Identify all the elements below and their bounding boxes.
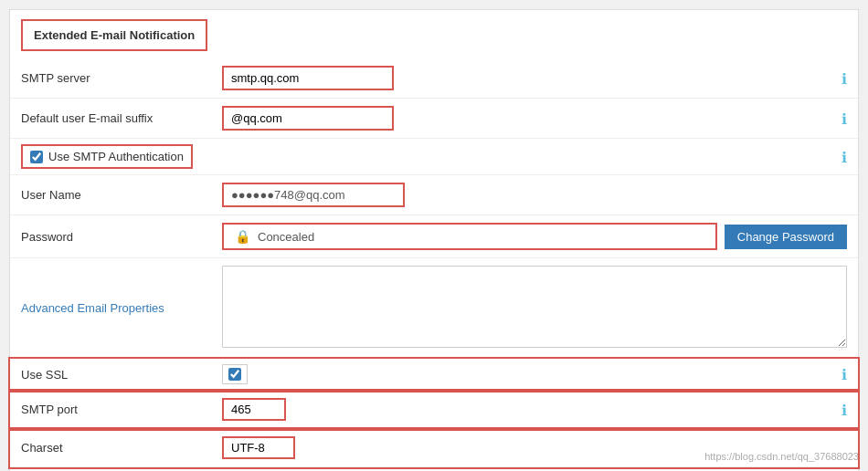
smtp-port-info-icon[interactable]: ℹ [842, 401, 847, 418]
smtp-auth-text: Use SMTP Authentication [48, 150, 184, 163]
additional-accounts-label: Additional accounts [10, 467, 211, 472]
charset-input[interactable] [222, 436, 295, 459]
user-name-cell [211, 175, 858, 215]
password-cell: 🔒 Concealed Change Password [211, 215, 858, 258]
email-suffix-info-icon[interactable]: ℹ [842, 110, 847, 127]
user-name-input[interactable] [222, 183, 405, 207]
use-ssl-checkbox[interactable] [228, 368, 241, 381]
advanced-email-input-cell [211, 258, 858, 359]
concealed-text: Concealed [258, 230, 314, 244]
use-ssl-info-icon[interactable]: ℹ [842, 366, 847, 383]
form-table: SMTP server ℹ Default user E-mail suffix… [10, 58, 858, 471]
smtp-port-input[interactable] [222, 398, 286, 421]
smtp-auth-input-cell: ℹ [211, 139, 858, 175]
email-suffix-label: Default user E-mail suffix [10, 99, 211, 139]
charset-label: Charset [10, 429, 211, 467]
smtp-server-input[interactable] [222, 66, 394, 90]
concealed-box: 🔒 Concealed [222, 223, 717, 250]
advanced-email-link[interactable]: Advanced Email Properties [21, 301, 164, 315]
change-password-button[interactable]: Change Password [725, 225, 847, 249]
email-suffix-row: Default user E-mail suffix ℹ [10, 99, 858, 139]
user-name-row: User Name [10, 175, 858, 215]
smtp-server-row: SMTP server ℹ [10, 58, 858, 99]
section-title: Extended E-mail Notification [21, 19, 207, 51]
user-name-label: User Name [10, 175, 211, 215]
smtp-auth-info-icon[interactable]: ℹ [842, 148, 847, 165]
password-cell-wrapper: 🔒 Concealed Change Password [222, 223, 847, 250]
lock-icon: 🔒 [235, 229, 250, 244]
password-label: Password [10, 215, 211, 258]
additional-accounts-row: Additional accounts 新增 [10, 467, 858, 472]
password-row: Password 🔒 Concealed Change Password [10, 215, 858, 258]
smtp-auth-cell: Use SMTP Authentication [10, 139, 211, 175]
email-suffix-input[interactable] [222, 106, 394, 131]
use-smtp-auth-row: Use SMTP Authentication ℹ [10, 139, 858, 175]
advanced-email-row: Advanced Email Properties [10, 258, 858, 359]
additional-accounts-cell: 新增 [211, 467, 858, 472]
smtp-auth-label-wrapper[interactable]: Use SMTP Authentication [21, 144, 193, 169]
advanced-email-textarea[interactable] [222, 266, 847, 348]
smtp-server-cell: ℹ [211, 58, 858, 99]
email-suffix-cell: ℹ [211, 99, 858, 139]
use-ssl-row: Use SSL ℹ [10, 359, 858, 391]
main-container: Extended E-mail Notification SMTP server… [9, 9, 859, 471]
smtp-server-info-icon[interactable]: ℹ [842, 69, 847, 87]
ssl-checkbox-wrapper [222, 364, 248, 384]
advanced-email-label-cell: Advanced Email Properties [10, 258, 211, 359]
smtp-auth-checkbox[interactable] [30, 151, 43, 163]
use-ssl-cell: ℹ [211, 359, 858, 391]
smtp-port-label: SMTP port [10, 391, 211, 429]
smtp-port-cell: ℹ [211, 391, 858, 429]
watermark: https://blog.csdn.net/qq_37688023 [704, 451, 859, 462]
smtp-port-row: SMTP port ℹ [10, 391, 858, 429]
use-ssl-label: Use SSL [10, 359, 211, 391]
smtp-server-label: SMTP server [10, 58, 211, 99]
